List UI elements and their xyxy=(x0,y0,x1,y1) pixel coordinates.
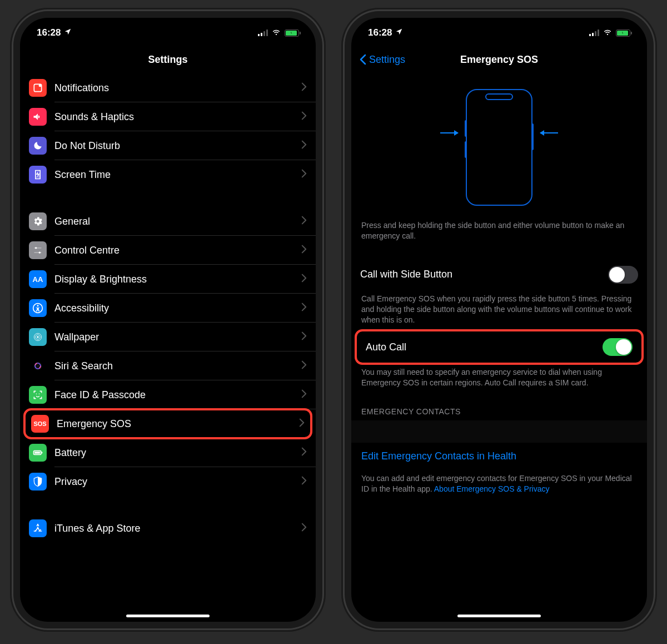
row-label: Sounds & Haptics xyxy=(54,111,301,123)
call-side-description: Call Emergency SOS when you rapidly pres… xyxy=(351,290,647,331)
auto-call-row[interactable]: Auto Call xyxy=(355,329,644,365)
do-not-disturb-icon xyxy=(29,137,47,155)
general-icon xyxy=(29,212,47,230)
hero-caption: Press and keep holding the side button a… xyxy=(351,217,647,247)
itunes-app-store-icon xyxy=(29,519,47,537)
chevron-right-icon xyxy=(301,476,307,487)
emergency-sos-icon: SOS xyxy=(31,415,49,433)
row-label: Display & Brightness xyxy=(54,274,301,285)
home-indicator[interactable] xyxy=(126,615,210,617)
call-with-side-button-row[interactable]: Call with Side Button xyxy=(351,259,647,290)
phone-right: 16:28 Settings Emergency SOS xyxy=(345,11,654,628)
row-label: Battery xyxy=(54,447,301,459)
settings-row-display-brightness[interactable]: AADisplay & Brightness xyxy=(20,265,316,294)
settings-row-control-centre[interactable]: Control Centre xyxy=(20,236,316,265)
back-label: Settings xyxy=(369,54,405,66)
auto-call-toggle[interactable] xyxy=(603,338,633,356)
cellular-icon xyxy=(258,29,268,36)
svg-point-15 xyxy=(39,394,40,395)
privacy-link[interactable]: About Emergency SOS & Privacy xyxy=(434,484,550,493)
chevron-right-icon xyxy=(301,216,307,227)
chevron-right-icon xyxy=(301,140,307,151)
settings-row-battery[interactable]: Battery xyxy=(20,438,316,467)
svg-point-1 xyxy=(39,84,42,87)
siri-search-icon xyxy=(29,357,47,375)
wallpaper-icon xyxy=(29,328,47,346)
chevron-right-icon xyxy=(301,360,307,371)
settings-row-do-not-disturb[interactable]: Do Not Disturb xyxy=(20,131,316,160)
notch xyxy=(441,18,558,34)
settings-row-siri-search[interactable]: Siri & Search xyxy=(20,351,316,380)
auto-call-description: You may still need to specify an emergen… xyxy=(351,364,647,394)
location-icon xyxy=(395,27,403,38)
wifi-icon xyxy=(271,27,281,39)
row-label: Control Centre xyxy=(54,245,301,256)
display-brightness-icon: AA xyxy=(29,270,47,288)
accessibility-icon xyxy=(29,299,47,317)
edit-contacts-link[interactable]: Edit Emergency Contacts in Health xyxy=(351,443,647,470)
nav-bar: Settings xyxy=(20,46,316,73)
row-label: Do Not Disturb xyxy=(54,140,301,152)
svg-rect-5 xyxy=(34,252,41,253)
chevron-right-icon xyxy=(301,331,307,343)
settings-row-accessibility[interactable]: Accessibility xyxy=(20,294,316,323)
notifications-icon xyxy=(29,79,47,97)
control-centre-icon xyxy=(29,241,47,259)
emergency-contacts-header: EMERGENCY CONTACTS xyxy=(351,394,647,420)
screen-time-icon xyxy=(29,166,47,184)
call-side-label: Call with Side Button xyxy=(360,269,452,280)
row-label: Privacy xyxy=(54,476,301,488)
cellular-icon xyxy=(589,29,599,36)
battery-icon xyxy=(29,444,47,462)
settings-row-emergency-sos[interactable]: SOSEmergency SOS xyxy=(23,408,312,439)
settings-row-privacy[interactable]: Privacy xyxy=(20,467,316,496)
notch xyxy=(109,18,226,34)
chevron-right-icon xyxy=(301,274,307,285)
settings-row-screen-time[interactable]: Screen Time xyxy=(20,160,316,189)
row-label: Screen Time xyxy=(54,169,301,181)
row-label: iTunes & App Store xyxy=(54,523,301,534)
row-label: General xyxy=(54,216,301,227)
chevron-right-icon xyxy=(301,303,307,314)
chevron-right-icon xyxy=(301,82,307,93)
svg-rect-17 xyxy=(42,452,43,453)
svg-point-14 xyxy=(36,394,37,395)
status-time: 16:28 xyxy=(368,27,392,38)
svg-rect-18 xyxy=(34,452,40,453)
settings-row-general[interactable]: General xyxy=(20,207,316,236)
settings-row-face-id-passcode[interactable]: Face ID & Passcode xyxy=(20,380,316,409)
call-side-toggle[interactable] xyxy=(608,266,638,284)
svg-point-10 xyxy=(37,336,38,338)
svg-point-7 xyxy=(37,305,39,306)
svg-rect-3 xyxy=(34,247,41,249)
face-id-passcode-icon xyxy=(29,386,47,404)
chevron-right-icon xyxy=(299,418,305,429)
location-icon xyxy=(64,27,72,38)
phone-left: 16:28 Settings NotificationsSounds & Hap… xyxy=(13,11,322,628)
home-indicator[interactable] xyxy=(457,615,541,617)
page-title: Settings xyxy=(148,54,187,66)
chevron-right-icon xyxy=(301,523,307,534)
chevron-right-icon xyxy=(301,169,307,180)
row-label: Emergency SOS xyxy=(57,418,299,430)
row-label: Notifications xyxy=(54,82,301,94)
row-label: Siri & Search xyxy=(54,360,301,372)
battery-icon xyxy=(616,29,630,37)
sos-illustration xyxy=(351,83,647,211)
wifi-icon xyxy=(603,27,613,39)
battery-icon xyxy=(285,29,299,37)
settings-row-wallpaper[interactable]: Wallpaper xyxy=(20,323,316,351)
contacts-description: You can add and edit emergency contacts … xyxy=(351,470,647,500)
page-title: Emergency SOS xyxy=(460,54,538,66)
row-label: Wallpaper xyxy=(54,331,301,343)
back-button[interactable]: Settings xyxy=(359,46,405,73)
row-label: Face ID & Passcode xyxy=(54,389,301,401)
chevron-right-icon xyxy=(301,245,307,256)
settings-row-itunes-app-store[interactable]: iTunes & App Store xyxy=(20,514,316,543)
row-label: Accessibility xyxy=(54,303,301,314)
settings-row-notifications[interactable]: Notifications xyxy=(20,73,316,102)
settings-row-sounds-haptics[interactable]: Sounds & Haptics xyxy=(20,102,316,131)
auto-call-label: Auto Call xyxy=(366,341,406,353)
chevron-right-icon xyxy=(301,447,307,458)
chevron-right-icon xyxy=(301,389,307,400)
